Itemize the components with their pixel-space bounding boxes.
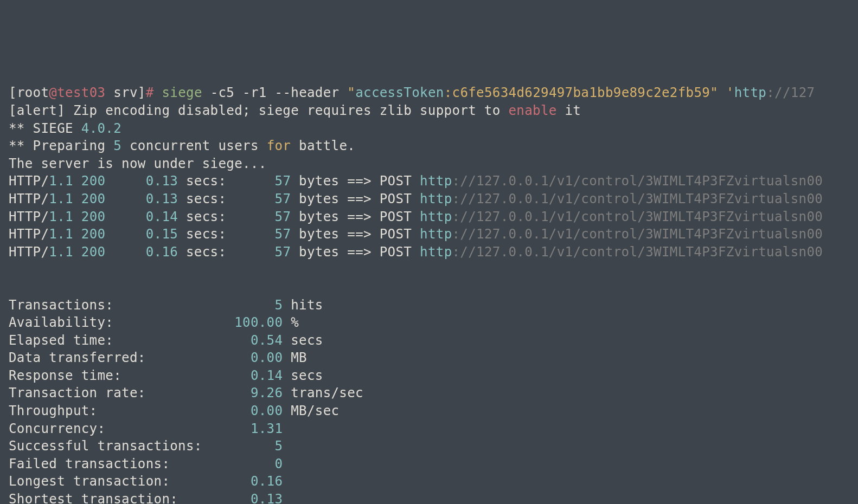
siege-version-line: ** SIEGE 4.0.2	[9, 121, 121, 136]
request-lines: HTTP/1.1 200 0.13 secs: 57 bytes ==> POS…	[9, 173, 823, 259]
header-key: accessToken	[355, 85, 444, 100]
prep-mid: concurrent users	[121, 138, 267, 153]
bracket-open: [	[9, 85, 17, 100]
terminal[interactable]: [root@test03 srv]# siege -c5 -r1 --heade…	[0, 70, 858, 504]
quote-close: "	[710, 85, 718, 100]
siege-label: ** SIEGE	[9, 121, 81, 136]
alert-post: it	[557, 103, 581, 118]
url-rest: ://127	[766, 85, 815, 100]
url-scheme: http	[734, 85, 766, 100]
cwd: srv	[105, 85, 137, 100]
bracket-close: ]	[138, 85, 146, 100]
prep-for: for	[267, 138, 291, 153]
preparing-line: ** Preparing 5 concurrent users for batt…	[9, 138, 355, 153]
alert-pre: [alert] Zip encoding disabled; siege req…	[9, 103, 508, 118]
siege-version: 4.0.2	[81, 121, 121, 136]
at-host: @test03	[49, 85, 105, 100]
alert-line: [alert] Zip encoding disabled; siege req…	[9, 103, 581, 118]
command-flags: -c5 -r1 --header	[202, 85, 340, 100]
prep-post: battle.	[291, 138, 355, 153]
prompt-line-1: [root@test03 srv]# siege -c5 -r1 --heade…	[9, 85, 815, 100]
url-quote-open: '	[718, 85, 734, 100]
hash: #	[146, 85, 154, 100]
user: root	[17, 85, 49, 100]
header-value: c6fe5634d629497ba1bb9e89c2e2fb59	[452, 85, 710, 100]
alert-enable: enable	[508, 103, 556, 118]
prep-count: 5	[113, 138, 121, 153]
quote-open: "	[339, 85, 355, 100]
prep-pre: ** Preparing	[9, 138, 113, 153]
under-siege-line: The server is now under siege...	[9, 156, 267, 171]
stats-block: Transactions: 5 hits Availability: 100.0…	[9, 298, 363, 505]
command-name: siege	[154, 85, 202, 100]
header-colon: :	[444, 85, 452, 100]
